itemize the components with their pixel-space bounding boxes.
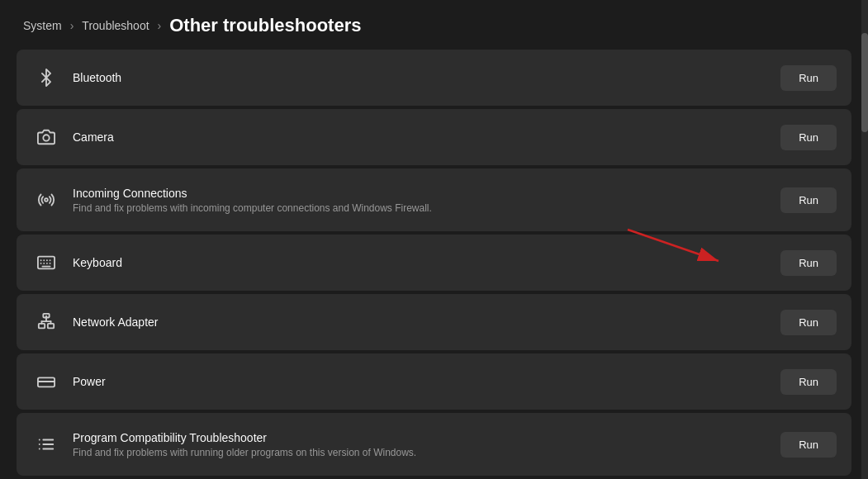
breadcrumb-troubleshoot[interactable]: Troubleshoot	[82, 19, 149, 32]
incoming-connections-run-button[interactable]: Run	[780, 187, 837, 213]
bluetooth-run-button[interactable]: Run	[780, 65, 837, 91]
keyboard-icon	[31, 248, 61, 277]
power-title: Power	[73, 375, 780, 388]
list-item-keyboard: Keyboard Run	[17, 235, 851, 291]
list-item-program-compatibility: Program Compatibility Troubleshooter Fin…	[17, 413, 851, 476]
list-item-bluetooth: Bluetooth Run	[17, 50, 851, 106]
incoming-connections-icon	[31, 185, 61, 215]
keyboard-title: Keyboard	[73, 256, 780, 269]
power-text: Power	[61, 375, 780, 388]
camera-run-button[interactable]: Run	[780, 125, 837, 150]
page-title: Other troubleshooters	[169, 15, 361, 36]
sep2: ›	[158, 19, 162, 32]
camera-icon	[31, 122, 61, 152]
program-compatibility-subtitle: Find and fix problems with running older…	[73, 447, 585, 458]
incoming-connections-text: Incoming Connections Find and fix proble…	[61, 187, 780, 214]
program-compatibility-title: Program Compatibility Troubleshooter	[73, 431, 780, 444]
network-adapter-text: Network Adapter	[61, 315, 780, 329]
list-item-incoming-connections: Incoming Connections Find and fix proble…	[17, 168, 851, 231]
program-compatibility-run-button[interactable]: Run	[780, 432, 837, 458]
power-icon	[31, 367, 61, 396]
breadcrumb-system[interactable]: System	[23, 19, 62, 32]
svg-point-1	[45, 198, 48, 202]
network-adapter-icon	[31, 307, 61, 337]
list-item-network-adapter: Network Adapter Run	[17, 294, 851, 350]
breadcrumb: System › Troubleshoot › Other troublesho…	[0, 0, 868, 50]
power-run-button[interactable]: Run	[780, 369, 837, 395]
list-item-power: Power Run	[17, 353, 851, 410]
camera-text: Camera	[61, 130, 780, 144]
program-compatibility-text: Program Compatibility Troubleshooter Fin…	[61, 431, 780, 458]
incoming-connections-title: Incoming Connections	[73, 187, 780, 200]
list-item-camera: Camera Run	[17, 109, 851, 165]
scrollbar-thumb[interactable]	[861, 33, 868, 132]
bluetooth-title: Bluetooth	[73, 71, 780, 84]
program-compatibility-icon	[31, 429, 61, 459]
bluetooth-text: Bluetooth	[61, 71, 780, 84]
keyboard-text: Keyboard	[61, 256, 780, 269]
network-adapter-run-button[interactable]: Run	[780, 310, 837, 335]
bluetooth-icon	[31, 63, 61, 92]
network-adapter-title: Network Adapter	[73, 315, 780, 329]
troubleshooter-list: Bluetooth Run Camera Run Incoming Connec…	[0, 50, 868, 476]
sep1: ›	[70, 19, 74, 32]
scrollbar[interactable]	[861, 0, 868, 479]
keyboard-run-button[interactable]: Run	[780, 250, 837, 276]
incoming-connections-subtitle: Find and fix problems with incoming comp…	[73, 202, 585, 214]
camera-title: Camera	[73, 130, 780, 144]
svg-point-0	[43, 135, 49, 140]
